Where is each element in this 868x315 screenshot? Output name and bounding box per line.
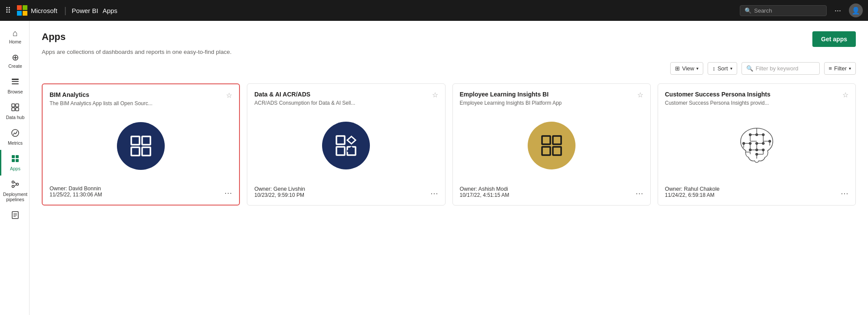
svg-rect-22 [142, 136, 150, 145]
global-search[interactable]: 🔍 Search [740, 5, 827, 16]
card-date-label: 10/23/22, 9:59:10 PM [254, 192, 305, 198]
card-star-icon[interactable]: ☆ [432, 91, 438, 99]
sidebar-item-create[interactable]: ⊕ Create [0, 49, 29, 73]
svg-rect-11 [16, 159, 19, 162]
card-owner-section: Owner: Gene Livshin 10/23/22, 9:59:10 PM [254, 186, 305, 198]
svg-rect-1 [12, 81, 19, 82]
get-apps-button[interactable]: Get apps [812, 31, 856, 47]
nav-separator: | [64, 6, 67, 16]
product-name: Power BI [72, 7, 98, 14]
card-footer: Owner: Rahul Chakole 11/24/22, 6:59:18 A… [665, 186, 848, 198]
filter-search-icon: 🔍 [746, 65, 753, 72]
view-grid-icon: ⊞ [675, 65, 680, 72]
card-more-options-icon[interactable]: ⋯ [430, 189, 438, 198]
svg-rect-3 [12, 104, 15, 107]
card-star-icon[interactable]: ☆ [842, 91, 848, 99]
learn-icon [11, 211, 20, 221]
card-circle-icon [322, 122, 370, 169]
card-more-options-icon[interactable]: ⋯ [224, 188, 232, 198]
svg-rect-33 [553, 147, 561, 155]
svg-rect-24 [142, 147, 150, 156]
card-title: Data & AI ACR/ADS [254, 91, 432, 98]
svg-point-60 [755, 149, 758, 151]
card-image-area [254, 113, 438, 178]
sort-icon: ↕ [712, 65, 715, 72]
card-image-area [665, 113, 848, 178]
svg-line-16 [14, 185, 17, 186]
metrics-icon [11, 129, 20, 139]
page-title: Apps [42, 31, 66, 43]
card-footer: Owner: David Bonnin 11/25/22, 11:30:06 A… [50, 186, 232, 198]
svg-line-15 [14, 182, 17, 184]
sort-chevron-icon: ▾ [730, 66, 732, 71]
svg-point-62 [762, 149, 764, 151]
home-icon: ⌂ [13, 29, 18, 37]
create-icon: ⊕ [12, 53, 19, 62]
user-avatar[interactable]: 👤 [849, 3, 863, 17]
app-card-employee-learning[interactable]: Employee Learning Insights BI ☆ Employee… [452, 83, 651, 206]
page-header: Apps Get apps [42, 31, 856, 47]
card-star-icon[interactable]: ☆ [226, 91, 232, 99]
app-card-customer-success[interactable]: Customer Success Persona Insights ☆ Cust… [658, 83, 856, 206]
card-description: ACR/ADS Consumption for Data & AI Sell..… [254, 100, 438, 106]
card-owner-label: Owner: Ashish Modi [460, 186, 509, 192]
sidebar-metrics-label: Metrics [8, 140, 23, 146]
sidebar-item-apps[interactable]: Apps [0, 150, 29, 176]
card-header: BIM Analytics ☆ [50, 91, 232, 99]
ms-logo-red [17, 5, 22, 10]
view-label: View [682, 65, 694, 72]
sidebar-item-home[interactable]: ⌂ Home [0, 24, 29, 49]
card-title: Customer Success Persona Insights [665, 91, 842, 98]
apps-icon [11, 154, 20, 164]
more-options-icon[interactable]: ··· [831, 4, 845, 17]
filter-placeholder-text: Filter by keyword [756, 65, 798, 72]
ms-logo-yellow [23, 11, 27, 16]
filter-chevron-icon: ▾ [849, 66, 851, 71]
sidebar-item-data-hub[interactable]: Data hub [0, 99, 29, 124]
sidebar-home-label: Home [9, 39, 21, 44]
deployment-icon [11, 180, 20, 190]
view-button[interactable]: ⊞ View ▾ [670, 62, 703, 75]
card-circle-icon [117, 122, 165, 170]
svg-point-61 [749, 149, 751, 151]
svg-rect-25 [336, 136, 345, 144]
app-card-bim-analytics[interactable]: BIM Analytics ☆ The BIM Analytics App li… [42, 83, 240, 206]
svg-rect-10 [12, 159, 15, 162]
top-navigation: ⠿ Microsoft | Power BI Apps 🔍 Search ···… [0, 0, 868, 21]
sidebar-item-browse[interactable]: Browse [0, 73, 29, 99]
toolbar: ⊞ View ▾ ↕ Sort ▾ 🔍 Filter by keyword ≡ … [42, 62, 856, 75]
svg-point-55 [749, 134, 751, 136]
card-more-options-icon[interactable]: ⋯ [841, 189, 848, 198]
sidebar-item-learn[interactable] [0, 206, 29, 225]
app-card-data-ai[interactable]: Data & AI ACR/ADS ☆ ACR/ADS Consumption … [247, 83, 445, 206]
svg-point-7 [12, 129, 19, 136]
card-date-label: 10/17/22, 4:51:15 AM [460, 192, 509, 198]
sort-button[interactable]: ↕ Sort ▾ [708, 62, 737, 75]
filter-lines-icon: ≡ [829, 65, 832, 72]
card-header: Customer Success Persona Insights ☆ [665, 91, 848, 99]
sidebar-item-metrics[interactable]: Metrics [0, 124, 29, 150]
main-layout: ⌂ Home ⊕ Create Browse [0, 21, 868, 315]
grid-menu-icon[interactable]: ⠿ [5, 6, 11, 15]
card-footer: Owner: Ashish Modi 10/17/22, 4:51:15 AM … [460, 186, 643, 198]
card-date-label: 11/24/22, 6:59:18 AM [665, 192, 720, 198]
svg-rect-31 [553, 136, 561, 144]
brand-name: Microsoft [31, 7, 57, 14]
card-owner-label: Owner: David Bonnin [50, 186, 102, 192]
sidebar-deployment-label: Deployment pipelines [3, 192, 27, 202]
card-star-icon[interactable]: ☆ [637, 91, 643, 99]
svg-point-56 [762, 134, 764, 136]
card-more-options-icon[interactable]: ⋯ [635, 189, 643, 198]
card-owner-label: Owner: Gene Livshin [254, 186, 305, 192]
card-description: Customer Success Persona Insights provid… [665, 100, 848, 106]
sidebar-item-deployment[interactable]: Deployment pipelines [0, 176, 29, 206]
svg-rect-23 [131, 147, 140, 156]
avatar-icon: 👤 [851, 7, 860, 15]
card-owner-section: Owner: Rahul Chakole 11/24/22, 6:59:18 A… [665, 186, 720, 198]
keyword-filter-input[interactable]: 🔍 Filter by keyword [742, 62, 820, 75]
card-owner-section: Owner: David Bonnin 11/25/22, 11:30:06 A… [50, 186, 102, 198]
app-context-name: Apps [103, 7, 117, 14]
filter-button[interactable]: ≡ Filter ▾ [824, 62, 856, 75]
sidebar-create-label: Create [8, 63, 22, 69]
card-image-area [460, 113, 643, 178]
